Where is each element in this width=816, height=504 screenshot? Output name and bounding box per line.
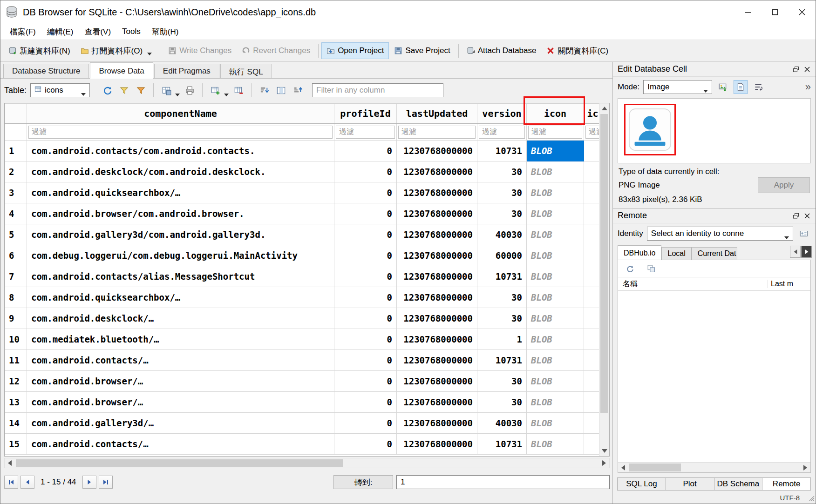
- import-data-button[interactable]: [716, 80, 730, 94]
- goto-button[interactable]: 轉到:: [333, 475, 393, 489]
- cell-profileid[interactable]: 0: [334, 182, 397, 203]
- import-certificate-button[interactable]: [797, 227, 811, 241]
- resize-grip-icon[interactable]: [809, 495, 815, 503]
- column-header-icon[interactable]: icon: [527, 104, 584, 124]
- save-results-caret-icon[interactable]: [175, 94, 180, 96]
- cell-icon[interactable]: BLOB: [527, 392, 584, 413]
- filter-componentname[interactable]: 過濾: [28, 126, 333, 139]
- cell-profileid[interactable]: 0: [334, 161, 397, 182]
- tab-browse-data[interactable]: Browse Data: [90, 62, 153, 79]
- cell-profileid[interactable]: 0: [334, 329, 397, 350]
- clone-database-icon[interactable]: [644, 262, 658, 276]
- close-database-button[interactable]: 關閉資料庫(C): [541, 42, 613, 60]
- menu-help[interactable]: 幫助(H): [146, 25, 184, 39]
- cell-componentname[interactable]: com.android.gallery3d/…: [27, 413, 334, 434]
- cell-icon[interactable]: BLOB: [527, 434, 584, 455]
- cell-lastupdated[interactable]: 1230768000000: [397, 308, 477, 329]
- last-record-button[interactable]: [99, 476, 113, 489]
- clear-filters-icon[interactable]: [117, 83, 131, 97]
- refresh-remote-icon[interactable]: [623, 262, 637, 276]
- cell-icon[interactable]: BLOB: [527, 203, 584, 224]
- refresh-button[interactable]: [100, 83, 114, 97]
- cell-componentname[interactable]: com.android.quicksearchbox/…: [27, 287, 334, 308]
- tab-scroll-left-icon[interactable]: [790, 246, 801, 258]
- cell-componentname[interactable]: com.android.contacts/com.android.contact…: [27, 141, 334, 161]
- scroll-right-icon[interactable]: [800, 463, 810, 472]
- float-panel-icon[interactable]: [790, 211, 802, 221]
- cell-lastupdated[interactable]: 1230768000000: [397, 392, 477, 413]
- cell-icon[interactable]: BLOB: [527, 266, 584, 287]
- delete-record-button[interactable]: [231, 83, 245, 97]
- new-database-button[interactable]: 新建資料庫(N): [3, 42, 75, 60]
- cell-componentname[interactable]: com.android.contacts/…: [27, 350, 334, 371]
- cell-profileid[interactable]: 0: [334, 224, 397, 245]
- cell-version[interactable]: 30: [477, 371, 527, 392]
- menu-view[interactable]: 查看(V): [79, 25, 116, 39]
- cell-version[interactable]: 30: [477, 308, 527, 329]
- filter-lastupdated[interactable]: 過濾: [398, 126, 476, 139]
- cell-icon[interactable]: BLOB: [527, 224, 584, 245]
- save-filter-icon[interactable]: [134, 83, 148, 97]
- tab-plot[interactable]: Plot: [666, 477, 714, 491]
- open-project-button[interactable]: Open Project: [321, 42, 389, 59]
- minimize-button[interactable]: [734, 0, 762, 24]
- cell-profileid[interactable]: 0: [334, 245, 397, 266]
- cell-componentname[interactable]: com.android.deskclock/…: [27, 308, 334, 329]
- cell-icon[interactable]: BLOB: [527, 308, 584, 329]
- remote-scroll-thumb[interactable]: [629, 464, 681, 471]
- cell-profileid[interactable]: 0: [334, 434, 397, 455]
- tab-remote[interactable]: Remote: [762, 477, 811, 491]
- scroll-right-icon[interactable]: [599, 458, 609, 468]
- cell-icon[interactable]: BLOB: [527, 329, 584, 350]
- next-record-button[interactable]: [82, 476, 96, 489]
- cell-profileid[interactable]: 0: [334, 141, 397, 161]
- cell-lastupdated[interactable]: 1230768000000: [397, 329, 477, 350]
- remote-horizontal-scrollbar[interactable]: [618, 462, 810, 472]
- cell-componentname[interactable]: com.android.contacts/alias.MessageShortc…: [27, 266, 334, 287]
- tab-current-database[interactable]: Current Dat: [692, 247, 737, 260]
- cell-icon[interactable]: BLOB: [527, 182, 584, 203]
- cell-profileid[interactable]: 0: [334, 287, 397, 308]
- cell-profileid[interactable]: 0: [334, 350, 397, 371]
- save-results-button[interactable]: [159, 83, 173, 97]
- write-changes-button[interactable]: Write Changes: [163, 42, 237, 59]
- cell-icon[interactable]: BLOB: [527, 350, 584, 371]
- cell-componentname[interactable]: com.android.contacts/…: [27, 434, 334, 455]
- cell-profileid[interactable]: 0: [334, 413, 397, 434]
- tab-database-structure[interactable]: Database Structure: [3, 64, 89, 78]
- cell-lastupdated[interactable]: 1230768000000: [397, 203, 477, 224]
- cell-componentname[interactable]: com.android.deskclock/com.android.deskcl…: [27, 161, 334, 182]
- cell-lastupdated[interactable]: 1230768000000: [397, 224, 477, 245]
- print-button[interactable]: [183, 83, 197, 97]
- horizontal-scroll-track[interactable]: [15, 458, 599, 468]
- cell-version[interactable]: 1: [477, 329, 527, 350]
- vertical-scroll-thumb[interactable]: [600, 114, 608, 413]
- scroll-down-icon[interactable]: [599, 446, 609, 456]
- cell-version[interactable]: 10731: [477, 350, 527, 371]
- cell-version[interactable]: 30: [477, 392, 527, 413]
- cell-componentname[interactable]: com.debug.loggerui/com.debug.loggerui.Ma…: [27, 245, 334, 266]
- filter-profileid[interactable]: 過濾: [336, 126, 395, 139]
- tab-sql-log[interactable]: SQL Log: [617, 477, 666, 491]
- cell-version[interactable]: 10731: [477, 141, 527, 161]
- insert-record-button[interactable]: [208, 83, 222, 97]
- cell-icon[interactable]: BLOB: [527, 413, 584, 434]
- cell-version[interactable]: 40030: [477, 413, 527, 434]
- column-header-lastupdated[interactable]: lastUpdated: [397, 104, 477, 124]
- vertical-scrollbar[interactable]: [599, 103, 609, 456]
- cell-version[interactable]: 30: [477, 287, 527, 308]
- menu-file[interactable]: 檔案(F): [4, 25, 41, 39]
- insert-record-caret-icon[interactable]: [224, 94, 229, 96]
- cell-componentname[interactable]: com.android.browser/…: [27, 392, 334, 413]
- cell-version[interactable]: 10731: [477, 266, 527, 287]
- open-database-button[interactable]: 打開資料庫(O): [75, 42, 157, 60]
- horizontal-scroll-thumb[interactable]: [16, 459, 343, 467]
- close-panel-icon[interactable]: [802, 211, 813, 221]
- column-header-version[interactable]: version: [477, 104, 527, 124]
- tab-local[interactable]: Local: [661, 247, 691, 260]
- menu-tools[interactable]: Tools: [116, 25, 146, 38]
- mode-selector[interactable]: Image: [643, 80, 712, 94]
- sort-desc-button[interactable]: [291, 83, 305, 97]
- remote-column-last-modified[interactable]: Last m: [768, 280, 810, 288]
- tab-dbhub[interactable]: DBHub.io: [618, 245, 661, 260]
